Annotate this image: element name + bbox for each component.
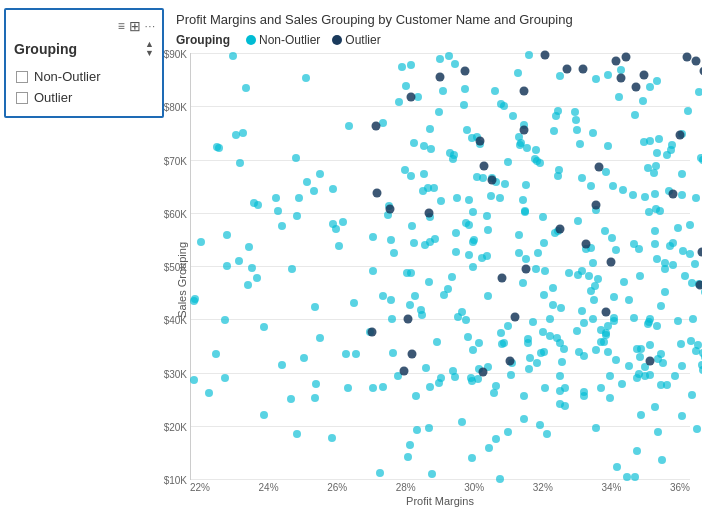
scatter-dot-non-outlier [522,181,530,189]
scatter-dot-non-outlier [390,249,398,257]
scatter-dot-non-outlier [483,212,491,220]
scatter-dot-non-outlier [697,154,702,162]
panel-sort-arrows[interactable]: ▲ ▼ [145,40,154,58]
scatter-dot-non-outlier [504,158,512,166]
outlier-checkbox[interactable] [16,92,28,104]
scatter-dot-non-outlier [640,138,648,146]
scatter-dot-non-outlier [436,55,444,63]
filter-item-non-outlier[interactable]: Non-Outlier [10,66,158,87]
scatter-dot-non-outlier [576,140,584,148]
scatter-dot-non-outlier [633,374,641,382]
scatter-dot-non-outlier [589,129,597,137]
scatter-dot-non-outlier [465,196,473,204]
scatter-dot-non-outlier [487,192,495,200]
x-tick-label: 26% [327,482,347,493]
scatter-dot-outlier [607,257,616,266]
scatter-dot-non-outlier [395,98,403,106]
scatter-dot-non-outlier [464,333,472,341]
scatter-dot-non-outlier [615,93,623,101]
scatter-dot-non-outlier [221,374,229,382]
scatter-dot-non-outlier [413,426,421,434]
scatter-dot-non-outlier [597,384,605,392]
scatter-dot-non-outlier [369,384,377,392]
grid-line: $60K [191,213,690,214]
scatter-dot-non-outlier [410,139,418,147]
non-outlier-label: Non-Outlier [34,69,100,84]
scatter-dot-outlier [400,367,409,376]
filter-item-outlier[interactable]: Outlier [10,87,158,108]
scatter-dot-non-outlier [425,278,433,286]
scatter-dot-outlier [478,368,487,377]
ellipsis-icon[interactable]: ··· [145,21,156,32]
scatter-dot-outlier [497,273,506,282]
scatter-dot-non-outlier [428,470,436,478]
scatter-dot-non-outlier [636,272,644,280]
scatter-dot-non-outlier [473,173,481,181]
chart-container: Sales Grouping $90K$80K$70K$60K$50K$40K$… [176,53,690,507]
scatter-dot-non-outlier [379,119,387,127]
scatter-dot-non-outlier [475,339,483,347]
scatter-dot-non-outlier [223,262,231,270]
scatter-dot-non-outlier [514,69,522,77]
scatter-dot-outlier [594,162,603,171]
scatter-dot-non-outlier [654,428,662,436]
sort-down-arrow[interactable]: ▼ [145,49,154,58]
scatter-dot-non-outlier [556,387,564,395]
scatter-dot-non-outlier [248,264,256,272]
scatter-dot-outlier [579,65,588,74]
scatter-dot-non-outlier [406,301,414,309]
scatter-dot-non-outlier [646,83,654,91]
scatter-dot-non-outlier [288,265,296,273]
scatter-dot-non-outlier [592,75,600,83]
scatter-dot-non-outlier [213,143,221,151]
scatter-dot-non-outlier [445,52,453,60]
scatter-dot-non-outlier [606,372,614,380]
scatter-dot-non-outlier [401,166,409,174]
scatter-dot-non-outlier [242,84,250,92]
scatter-dot-non-outlier [523,144,531,152]
scatter-dot-non-outlier [509,112,517,120]
x-axis: 22%24%26%28%30%32%34%36% [190,480,690,493]
scatter-dot-non-outlier [332,225,340,233]
scatter-dot-non-outlier [496,475,504,483]
scatter-dot-non-outlier [295,194,303,202]
scatter-dot-non-outlier [352,350,360,358]
scatter-dot-non-outlier [452,248,460,256]
non-outlier-checkbox[interactable] [16,71,28,83]
scatter-dot-outlier [698,248,702,257]
scatter-dot-non-outlier [490,389,498,397]
scatter-dot-non-outlier [661,259,669,267]
tile-icon[interactable]: ⊞ [129,18,141,34]
scatter-dot-non-outlier [578,174,586,182]
scatter-dot-non-outlier [453,194,461,202]
scatter-dot-non-outlier [408,222,416,230]
chart-plot: $90K$80K$70K$60K$50K$40K$30K$20K$10K [190,53,690,480]
scatter-dot-non-outlier [637,411,645,419]
scatter-dot-non-outlier [688,391,696,399]
scatter-dot-non-outlier [205,389,213,397]
scatter-dot-non-outlier [574,217,582,225]
scatter-dot-outlier [691,56,700,65]
scatter-dot-non-outlier [540,239,548,247]
scatter-dot-non-outlier [540,291,548,299]
scatter-dot-outlier [622,53,631,62]
scatter-dot-non-outlier [537,349,545,357]
scatter-dot-non-outlier [452,229,460,237]
legend-outlier-label: Outlier [345,33,380,47]
scatter-dot-non-outlier [515,231,523,239]
x-tick-label: 22% [190,482,210,493]
scatter-dot-non-outlier [612,356,620,364]
scatter-dot-non-outlier [239,129,247,137]
scatter-dot-non-outlier [698,361,702,369]
scatter-dot-non-outlier [504,428,512,436]
scatter-dot-non-outlier [554,172,562,180]
scatter-dot-outlier [506,357,515,366]
scatter-dot-non-outlier [689,315,697,323]
scatter-dot-non-outlier [678,412,686,420]
scatter-dot-non-outlier [223,231,231,239]
hamburger-icon[interactable]: ≡ [118,19,125,33]
scatter-dot-non-outlier [602,168,610,176]
chart-title: Profit Margins and Sales Grouping by Cus… [176,12,690,27]
scatter-dot-non-outlier [549,301,557,309]
scatter-dot-non-outlier [293,212,301,220]
